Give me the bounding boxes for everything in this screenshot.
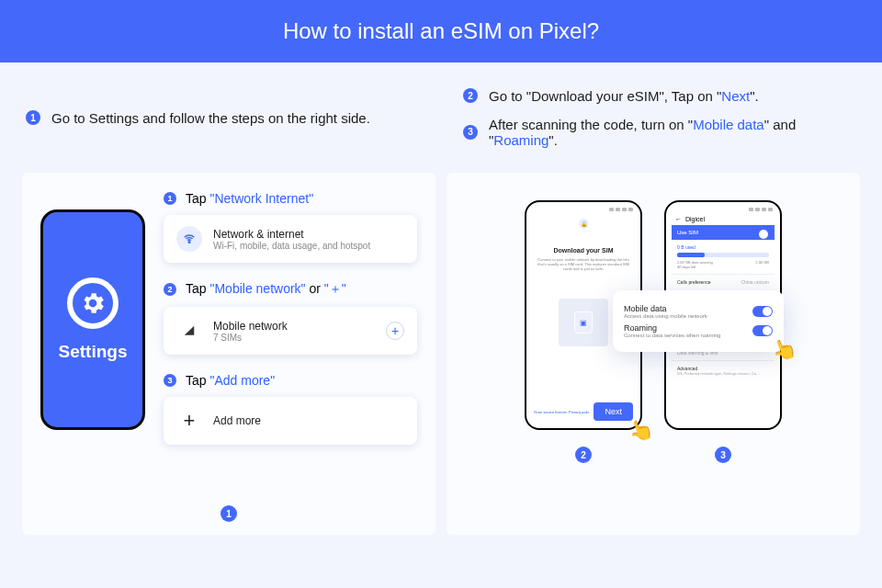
mobile-data-link: Mobile data <box>693 117 764 132</box>
list-item[interactable]: Advanced5G, Preferred network type, Sett… <box>672 360 775 380</box>
intro-left: 1 Go to Settings and follow the steps on… <box>26 62 419 173</box>
next-button[interactable]: Next <box>594 402 633 421</box>
back-icon[interactable]: ← <box>675 216 682 222</box>
carrier-row: ←Digicel <box>672 213 775 225</box>
step-2: 2Tap "Mobile network" or "＋" Mobile netw… <box>164 281 417 355</box>
step-3: 3Tap "Add more" + Add more <box>164 373 417 445</box>
add-more-card[interactable]: + Add more <box>164 397 417 445</box>
step-1-bullet: 1 <box>164 192 176 205</box>
qr-placeholder: ▣ <box>559 299 608 346</box>
panel-1: Settings 1Tap "Network Internet" Network… <box>22 173 435 535</box>
status-bar-icons <box>532 208 635 213</box>
intro-right: 2 Go to "Download your eSIM", Tap on "Ne… <box>463 62 856 173</box>
roaming-row[interactable]: RoamingConnect to data services when roa… <box>624 323 773 338</box>
panels: Settings 1Tap "Network Internet" Network… <box>0 173 882 535</box>
settings-label: Settings <box>59 342 128 362</box>
panel-3-badge: 3 <box>715 447 731 463</box>
download-sim-body: Connect to your mobile network by downlo… <box>532 257 635 271</box>
intro-step-2-text: Go to "Download your eSIM", Tap on "Next… <box>489 88 759 104</box>
next-link: Next <box>721 88 750 104</box>
toggle-callout: Mobile dataAccess data using mobile netw… <box>613 290 784 352</box>
wifi-icon <box>176 226 202 252</box>
download-sim-footer: Scan source license. Privacy polic <box>534 410 589 414</box>
add-more-highlight: "Add more" <box>209 373 275 388</box>
network-internet-highlight: "Network Internet" <box>209 191 313 206</box>
bullet-2: 2 <box>463 88 478 103</box>
usage-block: 0 B used 2.00 GB data warning2.00 GB 30 … <box>672 240 775 274</box>
page-title: How to install an eSIM on Pixel? <box>283 18 599 44</box>
intro-row: 1 Go to Settings and follow the steps on… <box>0 62 882 173</box>
mobile-data-row[interactable]: Mobile dataAccess data using mobile netw… <box>624 304 773 319</box>
mobile-network-card[interactable]: Mobile network7 SIMs + <box>164 307 417 355</box>
step-3-bullet: 3 <box>164 374 176 387</box>
roaming-toggle[interactable] <box>752 325 773 336</box>
step-1: 1Tap "Network Internet" Network & intern… <box>164 191 417 263</box>
bullet-1: 1 <box>26 110 40 125</box>
mock-3-wrap: ←Digicel Use SIM 0 B used 2.00 GB data w… <box>664 191 782 430</box>
panel-2-3: 🔒 Download your SIM Connect to your mobi… <box>447 173 860 535</box>
svg-point-0 <box>188 242 190 243</box>
sim-card-icon: ▣ <box>574 311 593 334</box>
panel-1-badge: 1 <box>220 505 237 522</box>
download-sim-title: Download your SIM <box>532 247 635 254</box>
intro-step-3-text: After scanning the code, turn on "Mobile… <box>489 117 856 148</box>
lock-icon: 🔒 <box>579 219 589 229</box>
intro-step-1: 1 Go to Settings and follow the steps on… <box>26 110 419 126</box>
gear-icon <box>67 277 119 329</box>
signal-icon <box>176 318 202 344</box>
header: How to install an eSIM on Pixel? <box>0 0 882 62</box>
use-sim-toggle[interactable] <box>756 229 769 236</box>
panel-2-badge: 2 <box>575 447 592 463</box>
plus-highlight: "＋" <box>324 281 346 296</box>
bullet-3: 3 <box>463 125 478 140</box>
use-sim-row[interactable]: Use SIM <box>672 225 775 240</box>
add-sim-plus-icon[interactable]: + <box>386 322 404 340</box>
mobile-network-highlight: "Mobile network" <box>209 281 305 296</box>
steps-list: 1Tap "Network Internet" Network & intern… <box>164 191 417 463</box>
plus-icon: + <box>176 408 202 434</box>
intro-step-1-text: Go to Settings and follow the steps on t… <box>51 110 370 126</box>
intro-step-2: 2 Go to "Download your eSIM", Tap on "Ne… <box>463 88 856 104</box>
step-2-bullet: 2 <box>164 283 176 296</box>
settings-phone: Settings <box>40 209 145 430</box>
usage-bar <box>677 253 769 257</box>
network-internet-card[interactable]: Network & internetWi-Fi, mobile, data us… <box>164 215 417 263</box>
list-item[interactable]: Calls preferenceChina unicom <box>672 274 775 289</box>
mobile-data-toggle[interactable] <box>752 306 773 317</box>
roaming-link: Roaming <box>493 132 548 148</box>
intro-step-3: 3 After scanning the code, turn on "Mobi… <box>463 117 856 148</box>
